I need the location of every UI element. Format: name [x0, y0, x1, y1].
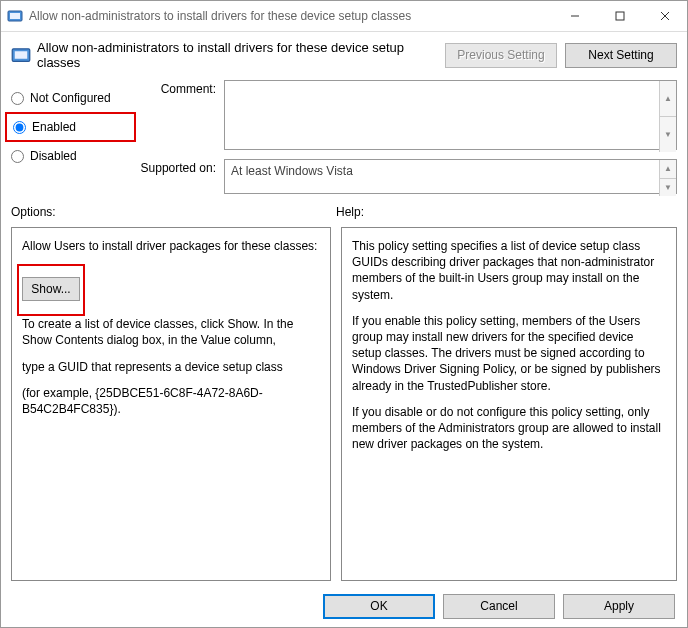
options-intro: Allow Users to install driver packages f…: [22, 238, 320, 254]
header: Allow non-administrators to install driv…: [1, 32, 687, 80]
svg-rect-1: [10, 13, 20, 19]
help-text: If you enable this policy setting, membe…: [352, 313, 666, 394]
panes: Allow Users to install driver packages f…: [1, 223, 687, 585]
state-radio-group: Not Configured Enabled Disabled: [11, 80, 136, 197]
options-text: (for example, {25DBCE51-6C8F-4A72-8A6D-B…: [22, 385, 320, 417]
radio-not-configured[interactable]: Not Configured: [11, 84, 136, 112]
svg-rect-7: [15, 51, 28, 59]
options-text: To create a list of device classes, clic…: [22, 316, 320, 348]
configuration-area: Not Configured Enabled Disabled Comment:: [1, 80, 687, 197]
scroll-down-icon[interactable]: ▼: [660, 117, 676, 152]
policy-icon: [7, 8, 23, 24]
next-setting-button[interactable]: Next Setting: [565, 43, 677, 68]
radio-label: Disabled: [30, 149, 77, 163]
radio-enabled-input[interactable]: [13, 121, 26, 134]
show-button[interactable]: Show...: [22, 277, 80, 301]
radio-disabled-input[interactable]: [11, 150, 24, 163]
policy-icon: [11, 45, 31, 65]
scroll-up-icon[interactable]: ▲: [660, 160, 676, 179]
radio-disabled[interactable]: Disabled: [11, 142, 136, 170]
help-label: Help:: [336, 205, 677, 219]
previous-setting-button: Previous Setting: [445, 43, 557, 68]
titlebar: Allow non-administrators to install driv…: [1, 1, 687, 32]
window-title: Allow non-administrators to install driv…: [29, 9, 411, 23]
system-buttons: [552, 1, 687, 31]
footer: OK Cancel Apply: [1, 585, 687, 627]
radio-label: Not Configured: [30, 91, 111, 105]
comment-label: Comment:: [136, 80, 224, 153]
comment-scroll[interactable]: ▲ ▼: [659, 81, 676, 152]
help-pane: This policy setting specifies a list of …: [341, 227, 677, 581]
options-label: Options:: [11, 205, 336, 219]
highlight-enabled: Enabled: [5, 112, 136, 142]
help-text: This policy setting specifies a list of …: [352, 238, 666, 303]
header-title: Allow non-administrators to install driv…: [37, 40, 445, 70]
svg-rect-3: [616, 12, 624, 20]
radio-label: Enabled: [32, 120, 76, 134]
highlight-show: Show...: [17, 264, 85, 316]
cancel-button[interactable]: Cancel: [443, 594, 555, 619]
help-text: If you disable or do not configure this …: [352, 404, 666, 453]
dialog-window: Allow non-administrators to install driv…: [0, 0, 688, 628]
options-pane: Allow Users to install driver packages f…: [11, 227, 331, 581]
minimize-button[interactable]: [552, 1, 597, 31]
supported-scroll[interactable]: ▲ ▼: [659, 160, 676, 196]
radio-enabled[interactable]: Enabled: [13, 116, 128, 138]
ok-button[interactable]: OK: [323, 594, 435, 619]
supported-on-label: Supported on:: [136, 159, 224, 197]
radio-not-configured-input[interactable]: [11, 92, 24, 105]
comment-textarea[interactable]: [224, 80, 677, 150]
pane-labels: Options: Help:: [1, 197, 687, 223]
scroll-up-icon[interactable]: ▲: [660, 81, 676, 117]
apply-button[interactable]: Apply: [563, 594, 675, 619]
close-button[interactable]: [642, 1, 687, 31]
supported-on-value: At least Windows Vista: [224, 159, 677, 194]
scroll-down-icon[interactable]: ▼: [660, 179, 676, 197]
options-text: type a GUID that represents a device set…: [22, 359, 320, 375]
maximize-button[interactable]: [597, 1, 642, 31]
